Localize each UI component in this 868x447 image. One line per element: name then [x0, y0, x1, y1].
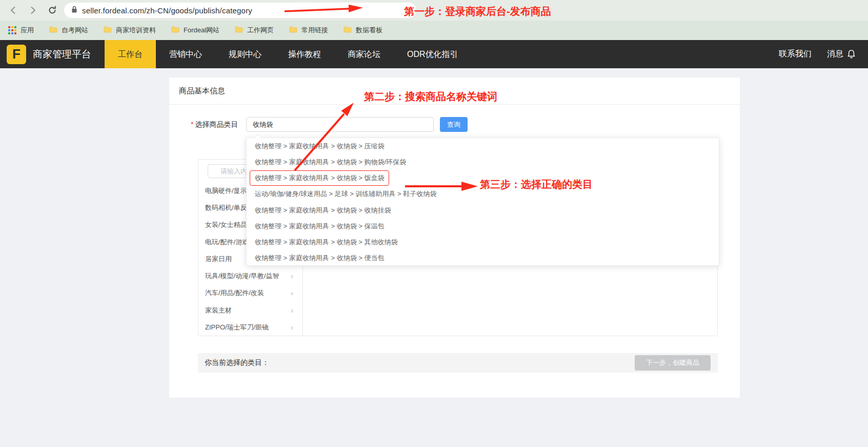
bell-icon	[847, 49, 856, 59]
address-bar[interactable]: seller.fordeal.com/zh-CN/goods/publish/c…	[64, 3, 416, 18]
bookmark-folder[interactable]: Fordeal网站	[171, 26, 219, 35]
bookmark-folder[interactable]: 工作网页	[235, 26, 274, 35]
category-keyword-input[interactable]	[246, 117, 434, 132]
tab-tutorials[interactable]: 操作教程	[275, 40, 334, 68]
category-suggestion[interactable]: 收纳整理 > 家庭收纳用具 > 收纳袋 > 其他收纳袋	[247, 235, 719, 250]
category-item[interactable]: ZIPPO/瑞士军刀/眼镜›	[198, 319, 302, 336]
category-suggestions-dropdown: 收纳整理 > 家庭收纳用具 > 收纳袋 > 压缩袋 收纳整理 > 家庭收纳用具 …	[246, 138, 719, 266]
apps-grid-icon	[8, 26, 16, 34]
chevron-right-icon: ›	[291, 272, 293, 280]
refresh-icon[interactable]	[46, 4, 58, 16]
category-suggestion[interactable]: 收纳整理 > 家庭收纳用具 > 收纳袋 > 收纳挂袋	[247, 202, 719, 218]
back-icon[interactable]	[7, 4, 19, 16]
category-suggestion[interactable]: 收纳整理 > 家庭收纳用具 > 收纳袋 > 购物袋/环保袋	[247, 154, 719, 170]
bookmark-folder[interactable]: 自考网站	[49, 26, 88, 35]
bookmark-folder[interactable]: 常用链接	[289, 26, 328, 35]
category-suggestion[interactable]: 收纳整理 > 家庭收纳用具 > 收纳袋 > 便当包	[247, 250, 719, 266]
bookmark-folder[interactable]: 商家培训资料	[104, 26, 156, 35]
tab-marketing-center[interactable]: 营销中心	[156, 40, 215, 68]
lock-icon	[71, 6, 77, 15]
forward-icon[interactable]	[27, 4, 39, 16]
query-button[interactable]: 查询	[440, 117, 468, 132]
tab-workbench[interactable]: 工作台	[105, 40, 156, 68]
category-field-label: *选择商品类目	[191, 120, 238, 129]
tab-rules-center[interactable]: 规则中心	[215, 40, 275, 68]
annotation-step3-text: 第三步：选择正确的类目	[480, 178, 593, 191]
bookmarks-bar: 应用 自考网站 商家培训资料 Fordeal网站 工作网页 常用链接 数据看板	[0, 21, 868, 40]
category-item[interactable]: 家装主材›	[198, 302, 302, 319]
tab-merchant-forum[interactable]: 商家论坛	[334, 40, 394, 68]
card-title: 商品基本信息	[179, 86, 225, 96]
chevron-right-icon: ›	[291, 323, 293, 332]
bookmark-folder[interactable]: 数据看板	[344, 26, 382, 35]
chevron-right-icon: ›	[291, 306, 293, 315]
fordeal-logo[interactable]: F	[7, 45, 26, 64]
folder-icon	[49, 26, 57, 35]
category-item[interactable]: 玩具/模型/动漫/早教/益智›	[198, 267, 302, 284]
category-suggestion[interactable]: 收纳整理 > 家庭收纳用具 > 收纳袋 > 压缩袋	[247, 138, 719, 154]
folder-icon	[344, 26, 352, 35]
current-selection-label: 你当前选择的类目：	[205, 358, 269, 367]
folder-icon	[171, 26, 179, 35]
contact-us-link[interactable]: 联系我们	[779, 49, 812, 60]
folder-icon	[235, 26, 243, 35]
messages-link[interactable]: 消息	[827, 49, 856, 60]
site-navbar: F 商家管理平台 工作台 营销中心 规则中心 操作教程 商家论坛 ODR优化指引…	[0, 40, 868, 68]
nav-right: 联系我们 消息	[779, 49, 856, 60]
annotation-step2-text: 第二步：搜索商品名称关键词	[364, 90, 497, 104]
next-step-button[interactable]: 下一步，创建商品	[635, 355, 711, 371]
folder-icon	[104, 26, 112, 35]
folder-icon	[289, 26, 297, 35]
category-item[interactable]: 汽车/用品/配件/改装›	[198, 285, 302, 302]
current-selection-bar: 你当前选择的类目： 下一步，创建商品	[198, 353, 718, 373]
required-asterisk: *	[191, 120, 193, 128]
tab-odr-guide[interactable]: ODR优化指引	[394, 40, 472, 68]
chevron-right-icon: ›	[291, 289, 293, 297]
nav-tabs: 工作台 营销中心 规则中心 操作教程 商家论坛 ODR优化指引	[105, 40, 472, 68]
category-suggestion[interactable]: 收纳整理 > 家庭收纳用具 > 收纳袋 > 保温包	[247, 218, 719, 234]
annotation-step1-text: 第一步：登录商家后台-发布商品	[404, 5, 551, 18]
bookmark-apps[interactable]: 应用	[8, 26, 34, 35]
screen: seller.fordeal.com/zh-CN/goods/publish/c…	[0, 0, 868, 447]
platform-title: 商家管理平台	[33, 48, 91, 61]
url-text: seller.fordeal.com/zh-CN/goods/publish/c…	[82, 6, 252, 15]
